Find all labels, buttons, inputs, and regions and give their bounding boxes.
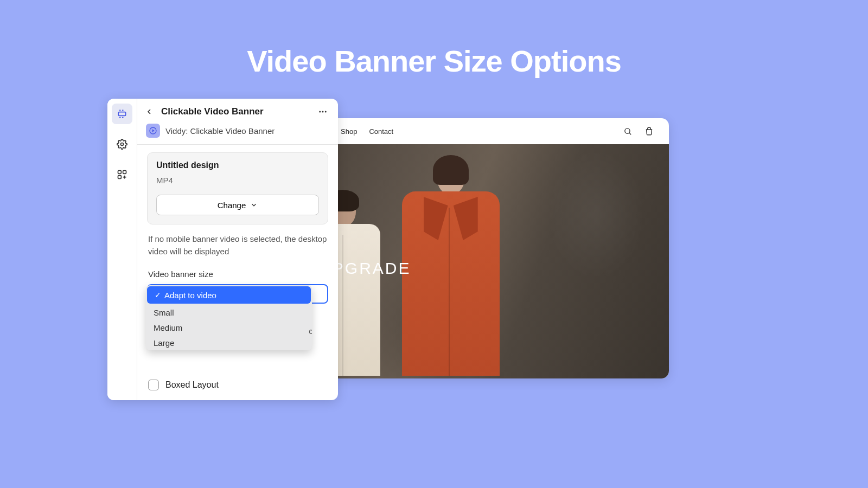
svg-point-8 (319, 111, 321, 113)
rail-apps-icon[interactable] (112, 164, 132, 185)
svg-point-10 (325, 111, 327, 113)
svg-rect-3 (118, 112, 125, 116)
svg-rect-6 (123, 171, 126, 174)
back-button[interactable] (143, 105, 156, 118)
search-icon[interactable] (623, 127, 633, 136)
boxed-layout-label: Boxed Layout (165, 380, 219, 390)
size-field-label: Video banner size (148, 269, 327, 279)
more-button[interactable] (316, 105, 329, 118)
size-select[interactable]: Adapt to video Small Medium Large ct (147, 284, 328, 304)
panel-title: Clickable Video Banner (161, 106, 311, 117)
sidebar-rail (107, 99, 137, 400)
design-title: Untitled design (156, 160, 319, 170)
cart-icon[interactable] (644, 127, 654, 136)
svg-point-9 (322, 111, 324, 113)
app-identity: Viddy: Clickable Video Banner (137, 124, 338, 144)
design-filetype: MP4 (156, 176, 319, 185)
help-text: If no mobile banner video is selected, t… (148, 233, 327, 258)
size-option-small[interactable]: Small (146, 305, 312, 320)
chevron-down-icon (250, 201, 258, 209)
app-icon (146, 124, 160, 138)
nav-link-shop[interactable]: Shop (341, 127, 357, 136)
svg-marker-12 (152, 129, 155, 132)
size-option-large[interactable]: Large (146, 335, 312, 350)
size-dropdown: Adapt to video Small Medium Large ct (146, 285, 312, 350)
size-option-adapt[interactable]: Adapt to video (147, 286, 311, 304)
svg-line-1 (629, 132, 631, 134)
size-option-medium[interactable]: Medium (146, 320, 312, 335)
rail-settings-icon[interactable] (112, 134, 132, 155)
svg-point-4 (121, 143, 124, 146)
app-name: Viddy: Clickable Video Banner (165, 126, 275, 136)
editor-panel: Clickable Video Banner Viddy: Clickable … (107, 99, 338, 400)
svg-rect-5 (118, 171, 122, 174)
nav-link-contact[interactable]: Contact (369, 127, 393, 136)
svg-rect-7 (118, 176, 122, 179)
obscured-text-fragment: ct (309, 326, 312, 336)
page-title: Video Banner Size Options (0, 43, 868, 79)
change-button[interactable]: Change (156, 195, 319, 215)
svg-point-0 (625, 128, 630, 133)
boxed-layout-checkbox[interactable] (148, 380, 159, 390)
change-button-label: Change (218, 201, 246, 210)
design-card: Untitled design MP4 Change (147, 152, 328, 224)
rail-sections-icon[interactable] (112, 104, 132, 124)
